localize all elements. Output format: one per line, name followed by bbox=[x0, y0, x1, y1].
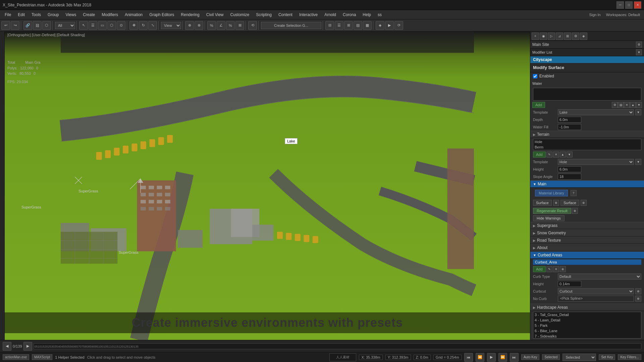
timeline-next-btn[interactable]: ▶ bbox=[23, 342, 32, 351]
menu-interactive[interactable]: Interactive bbox=[296, 11, 321, 18]
undo-button[interactable]: ↩ bbox=[1, 21, 10, 30]
curb-height-input[interactable] bbox=[558, 281, 581, 287]
slope-input[interactable] bbox=[558, 174, 581, 180]
menu-graph-editors[interactable]: Graph Editors bbox=[146, 11, 177, 18]
menu-create[interactable]: Create bbox=[79, 11, 98, 18]
cityscape-item[interactable]: Cityscape bbox=[530, 56, 644, 63]
menu-file[interactable]: File bbox=[1, 11, 14, 18]
add-button[interactable]: Add bbox=[532, 102, 545, 108]
rp-hierarchy-btn[interactable]: ⊞ bbox=[564, 33, 571, 40]
curbed-add-btn[interactable]: Add bbox=[533, 266, 546, 272]
right-panel-scroll[interactable]: Modify Surface Enabled Water Add ⚙ ▤ ✕ ▲ bbox=[530, 63, 644, 340]
water-fill-input[interactable] bbox=[558, 124, 581, 130]
terrain-hole[interactable]: Hole bbox=[533, 139, 641, 144]
view-dropdown[interactable]: View bbox=[161, 22, 181, 29]
pivot2-button[interactable]: ⊗ bbox=[195, 21, 203, 30]
pivot-button[interactable]: ⊕ bbox=[185, 21, 194, 30]
create-selection-btn[interactable]: Create Selection G... bbox=[261, 22, 321, 29]
terrain-down-btn[interactable]: ▼ bbox=[567, 152, 573, 158]
rp-utility-btn[interactable]: ⚙ bbox=[572, 33, 579, 40]
auto-key-btn[interactable]: Auto Key bbox=[521, 354, 540, 360]
menu-help[interactable]: Help bbox=[359, 11, 374, 18]
menu-animation[interactable]: Animation bbox=[121, 11, 146, 18]
hide-warnings-btn[interactable]: Hide Warnings bbox=[533, 215, 565, 221]
key-filters-btn[interactable]: Key Filters... bbox=[618, 354, 641, 360]
menu-arnold[interactable]: Arnold bbox=[321, 11, 339, 18]
water-down-btn[interactable]: ▼ bbox=[636, 102, 642, 108]
select-button[interactable]: ↖ bbox=[79, 21, 88, 30]
unlink-button[interactable]: ⛓ bbox=[33, 21, 42, 30]
next-frame-btn[interactable]: ⏩ bbox=[498, 353, 507, 362]
surface-icon-1[interactable]: ⊕ bbox=[553, 200, 559, 206]
viewport-area[interactable]: Lake SuperGrass SuperGrass SuperGrass [O… bbox=[5, 32, 530, 340]
menu-ss[interactable]: ss bbox=[374, 11, 385, 18]
regenerate-btn[interactable]: Regenerate Result bbox=[533, 208, 571, 214]
selected-btn[interactable]: Selected bbox=[542, 354, 560, 360]
toggle-view2[interactable]: ▤ bbox=[354, 21, 362, 30]
toggle-ribbon[interactable]: ⊟ bbox=[325, 21, 334, 30]
snap-toggle[interactable]: % bbox=[207, 21, 216, 30]
water-settings-btn[interactable]: ⚙ bbox=[612, 102, 618, 108]
curbed-areas-header[interactable]: ▼ Curbed Areas bbox=[530, 251, 644, 259]
prev-frame-btn[interactable]: ⏪ bbox=[476, 353, 484, 362]
scale-button[interactable]: ⤡ bbox=[148, 21, 157, 30]
enabled-checkbox[interactable] bbox=[533, 74, 537, 78]
rp-anim-btn[interactable]: ◈ bbox=[580, 33, 587, 40]
menu-group[interactable]: Group bbox=[44, 11, 62, 18]
modifier-list-dropdown[interactable]: ▼ bbox=[636, 49, 642, 55]
curbed-area-item[interactable]: Curbed_Area bbox=[533, 259, 641, 265]
render-frame[interactable]: ▶ bbox=[385, 21, 394, 30]
toggle-list[interactable]: ☰ bbox=[335, 21, 343, 30]
curbed-icon2[interactable]: ⊕ bbox=[560, 266, 566, 272]
water-delete-btn[interactable]: ✕ bbox=[624, 102, 630, 108]
move-button[interactable]: ✥ bbox=[129, 21, 138, 30]
menu-scripting[interactable]: Scripting bbox=[253, 11, 275, 18]
supergrass-header[interactable]: ▶ Supergrass bbox=[530, 222, 644, 229]
select-name-button[interactable]: ☰ bbox=[89, 21, 97, 30]
water-input-box[interactable] bbox=[533, 88, 641, 101]
curb-type-dropdown[interactable]: Default bbox=[558, 274, 641, 280]
viewport[interactable]: Lake SuperGrass SuperGrass SuperGrass [O… bbox=[5, 32, 530, 340]
water-up-btn[interactable]: ▲ bbox=[630, 102, 636, 108]
surface-icon-2[interactable]: ⊕ bbox=[581, 200, 587, 206]
depth-input[interactable] bbox=[558, 117, 581, 123]
snow-geometry-header[interactable]: ▶ Snow Geometry bbox=[530, 229, 644, 237]
about-header[interactable]: ▶ About bbox=[530, 244, 644, 251]
redo-button[interactable]: ↪ bbox=[11, 21, 19, 30]
menu-corona[interactable]: Corona bbox=[339, 11, 359, 18]
action-man-btn[interactable]: actionMan.exe bbox=[3, 354, 29, 360]
play-back-btn[interactable]: ⏮ bbox=[464, 353, 473, 362]
toggle-view3[interactable]: ▦ bbox=[363, 21, 372, 30]
menu-views[interactable]: Views bbox=[62, 11, 79, 18]
material-lib-btn[interactable]: Material Library bbox=[535, 190, 568, 196]
road-texture-header[interactable]: ▶ Road Texture bbox=[530, 237, 644, 244]
template-dropdown[interactable]: Lake bbox=[558, 109, 634, 115]
menu-modifiers[interactable]: Modifiers bbox=[98, 11, 121, 18]
surface-btn-2[interactable]: Surface bbox=[560, 200, 579, 206]
menu-civil-view[interactable]: Civil View bbox=[203, 11, 227, 18]
rotate-button[interactable]: ↻ bbox=[139, 21, 148, 30]
terrain-up-btn[interactable]: ▲ bbox=[560, 152, 566, 158]
menu-customize[interactable]: Customize bbox=[227, 11, 253, 18]
terrain-berm[interactable]: Berm bbox=[533, 144, 641, 150]
maxscript-btn[interactable]: MAXScript bbox=[32, 354, 52, 360]
terrain-edit-btn[interactable]: ✎ bbox=[546, 152, 552, 158]
render-active[interactable]: ⟳ bbox=[394, 21, 403, 30]
hardscape-item-5[interactable]: 5 - Park bbox=[533, 323, 641, 328]
angle-snap[interactable]: ∠ bbox=[217, 21, 225, 30]
close-button[interactable]: ✕ bbox=[634, 1, 641, 9]
template-hole-dropdown[interactable]: Hole bbox=[558, 159, 634, 165]
rp-create-btn[interactable]: + bbox=[532, 33, 539, 40]
hardscape-item-3[interactable]: 3 - Tall_Grass_Detail bbox=[533, 312, 641, 317]
terrain-delete-btn[interactable]: ✕ bbox=[553, 152, 559, 158]
hardscape-item-6[interactable]: 6 - Bike_Lane bbox=[533, 328, 641, 334]
select-lasso-button[interactable]: ⬡ bbox=[107, 21, 116, 30]
selected-dropdown[interactable]: Selected bbox=[562, 354, 596, 361]
terrain-header[interactable]: ▶ Terrain bbox=[530, 131, 644, 138]
site-settings-btn[interactable]: ⚙ bbox=[636, 42, 642, 48]
no-curb-icon[interactable]: ⊕ bbox=[635, 296, 641, 302]
rp-display-btn[interactable]: ◉ bbox=[540, 33, 547, 40]
menu-content[interactable]: Content bbox=[275, 11, 296, 18]
rect-select-button[interactable]: ▭ bbox=[98, 21, 107, 30]
menu-tools[interactable]: Tools bbox=[28, 11, 44, 18]
